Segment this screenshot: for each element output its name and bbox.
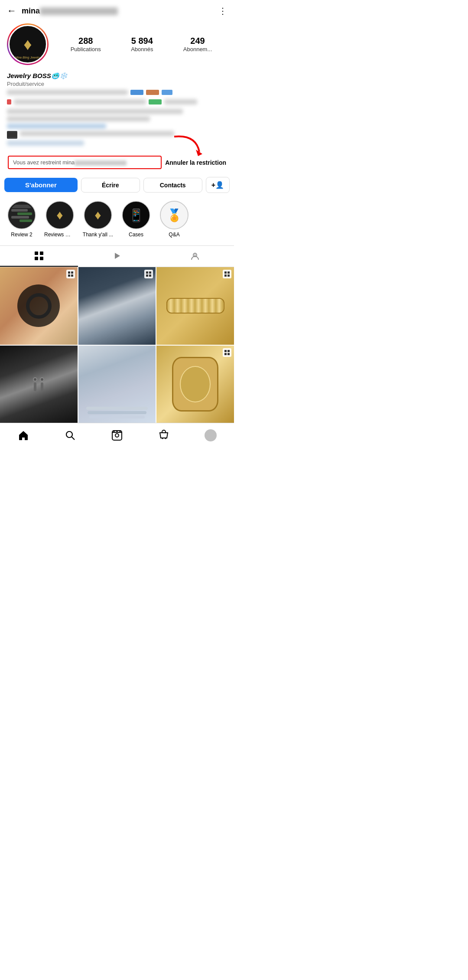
svg-rect-9 bbox=[71, 271, 73, 274]
avatar-ring: ♦ Mina Bling Jewelry bbox=[7, 23, 49, 65]
search-icon bbox=[65, 430, 76, 441]
svg-rect-15 bbox=[149, 274, 151, 277]
svg-rect-19 bbox=[228, 274, 230, 277]
multi-post-icon bbox=[223, 348, 231, 357]
stat-abonnements[interactable]: 249 Abonnem... bbox=[183, 36, 212, 52]
highlight-label-qa: Q&A bbox=[169, 232, 179, 238]
svg-rect-2 bbox=[40, 252, 43, 255]
abonnements-number: 249 bbox=[190, 36, 205, 46]
highlight-reviews[interactable]: ♦ Reviews ⭐... bbox=[44, 201, 75, 238]
abonnes-label: Abonnés bbox=[131, 46, 153, 52]
svg-point-33 bbox=[165, 438, 166, 439]
back-icon[interactable]: ← bbox=[7, 5, 16, 16]
restriction-bar: Vous avez restreint mina Annuler la rest… bbox=[3, 153, 231, 172]
svg-point-32 bbox=[162, 438, 163, 439]
svg-point-30 bbox=[117, 431, 118, 432]
nav-profile-avatar bbox=[205, 429, 217, 441]
highlight-cases[interactable]: 📱 Cases bbox=[120, 201, 152, 238]
highlight-qa[interactable]: 🏅 Q&A bbox=[159, 201, 190, 238]
svg-point-7 bbox=[195, 255, 196, 256]
highlight-circle-qa: 🏅 bbox=[160, 201, 188, 229]
highlight-circle-reviews: ♦ bbox=[46, 201, 74, 229]
restriction-prefix: Vous avez restreint mina bbox=[13, 159, 75, 166]
stat-abonnes[interactable]: 5 894 Abonnés bbox=[131, 36, 153, 52]
highlight-label-cases: Cases bbox=[129, 232, 143, 238]
stat-publications[interactable]: 288 Publications bbox=[71, 36, 101, 52]
add-friend-button[interactable]: +👤 bbox=[206, 177, 230, 193]
svg-rect-4 bbox=[40, 257, 43, 260]
svg-rect-11 bbox=[71, 274, 73, 277]
svg-rect-22 bbox=[224, 353, 227, 355]
nav-profile[interactable] bbox=[187, 427, 234, 444]
tab-tagged[interactable] bbox=[156, 246, 234, 267]
grid-item[interactable] bbox=[156, 267, 234, 345]
nav-search[interactable] bbox=[47, 427, 94, 444]
grid-item[interactable] bbox=[156, 346, 234, 423]
profile-username: mina bbox=[22, 7, 218, 16]
highlight-label-reviews: Reviews ⭐... bbox=[44, 232, 75, 238]
username-text: mina bbox=[22, 7, 40, 15]
tab-reels[interactable] bbox=[78, 246, 156, 267]
reels-icon bbox=[112, 251, 122, 261]
action-buttons: S'abonner Écrire Contacts +👤 bbox=[0, 173, 234, 196]
top-bar: ← mina ⋮ bbox=[0, 0, 234, 20]
svg-point-31 bbox=[120, 431, 121, 432]
abonnes-number: 5 894 bbox=[131, 36, 153, 46]
photo-grid bbox=[0, 267, 234, 423]
svg-rect-16 bbox=[224, 271, 227, 274]
svg-point-27 bbox=[115, 434, 119, 437]
nav-home[interactable] bbox=[0, 427, 47, 444]
svg-rect-12 bbox=[146, 271, 148, 274]
publications-label: Publications bbox=[71, 46, 101, 52]
nav-reels[interactable] bbox=[94, 427, 140, 444]
highlight-thankyall[interactable]: ♦ Thank y'all ... bbox=[82, 201, 114, 238]
avatar-container[interactable]: ♦ Mina Bling Jewelry bbox=[7, 23, 49, 65]
avatar-label: Mina Bling Jewelry bbox=[15, 56, 40, 59]
highlight-circle-review2 bbox=[7, 201, 36, 229]
more-options-icon[interactable]: ⋮ bbox=[218, 6, 227, 16]
svg-rect-8 bbox=[68, 271, 70, 274]
restriction-message: Vous avez restreint mina bbox=[8, 156, 162, 169]
username-blurred bbox=[40, 7, 118, 15]
multi-post-icon bbox=[223, 270, 231, 278]
profile-header: ♦ Mina Bling Jewelry 288 Publications 5 … bbox=[0, 20, 234, 70]
highlights-row: Review 2 ♦ Reviews ⭐... ♦ Thank y'all ..… bbox=[0, 196, 234, 242]
highlight-label-thankyall: Thank y'all ... bbox=[83, 232, 113, 238]
avatar: ♦ Mina Bling Jewelry bbox=[8, 25, 47, 64]
grid-item[interactable] bbox=[78, 267, 156, 345]
publications-number: 288 bbox=[78, 36, 93, 46]
highlight-review2[interactable]: Review 2 bbox=[6, 201, 37, 238]
nav-shop[interactable] bbox=[140, 427, 187, 444]
multi-post-icon bbox=[144, 270, 153, 278]
home-icon bbox=[18, 430, 29, 441]
subscribe-button[interactable]: S'abonner bbox=[4, 178, 78, 192]
tab-bar bbox=[0, 245, 234, 267]
red-arrow-icon bbox=[168, 132, 207, 158]
contacts-button[interactable]: Contacts bbox=[143, 178, 202, 193]
bio-display-name: Jewelry BOSS🥶❄️ bbox=[7, 72, 227, 80]
grid-item[interactable] bbox=[0, 267, 78, 345]
highlight-circle-cases: 📱 bbox=[122, 201, 150, 229]
svg-rect-21 bbox=[228, 350, 230, 352]
svg-line-25 bbox=[72, 437, 75, 440]
tab-grid[interactable] bbox=[0, 246, 78, 267]
write-button[interactable]: Écrire bbox=[81, 178, 140, 193]
annuler-restriction-button[interactable]: Annuler la restriction bbox=[165, 159, 226, 166]
highlight-circle-thankyall: ♦ bbox=[84, 201, 112, 229]
restriction-username-blurred bbox=[75, 160, 127, 166]
svg-rect-23 bbox=[228, 353, 230, 355]
svg-marker-5 bbox=[115, 253, 120, 259]
stats-row: 288 Publications 5 894 Abonnés 249 Abonn… bbox=[55, 36, 227, 52]
add-friend-icon: +👤 bbox=[211, 181, 224, 189]
highlight-label-review2: Review 2 bbox=[11, 232, 32, 238]
svg-rect-14 bbox=[146, 274, 148, 277]
svg-point-29 bbox=[114, 431, 115, 432]
abonnements-label: Abonnem... bbox=[183, 46, 212, 52]
shop-icon bbox=[158, 430, 169, 441]
bio-category: Produit/service bbox=[7, 81, 227, 87]
svg-point-24 bbox=[66, 431, 72, 438]
svg-rect-13 bbox=[149, 271, 151, 274]
grid-item[interactable] bbox=[78, 346, 156, 423]
grid-item[interactable] bbox=[0, 346, 78, 423]
tagged-icon bbox=[190, 251, 200, 261]
